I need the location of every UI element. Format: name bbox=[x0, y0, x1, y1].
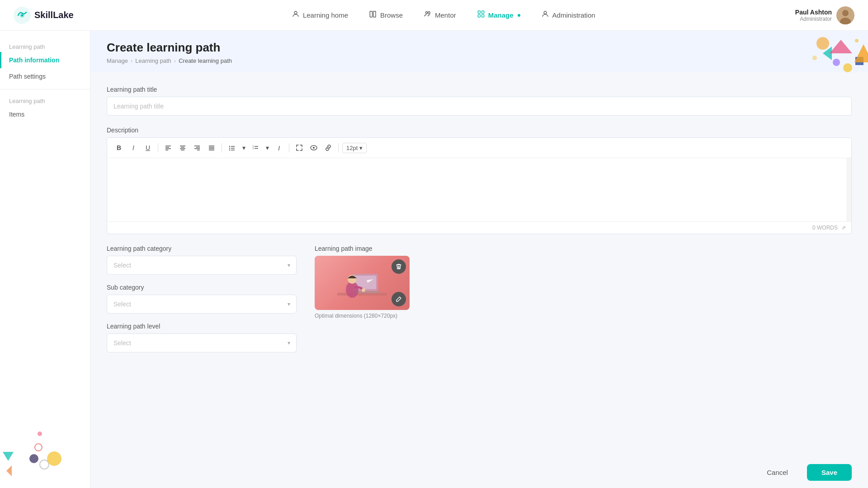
image-delete-button[interactable] bbox=[392, 259, 406, 274]
save-button[interactable]: Save bbox=[807, 464, 852, 481]
image-edit-button[interactable] bbox=[392, 292, 406, 306]
nav-browse-label: Browse bbox=[380, 11, 403, 19]
description-field-group: Description B I U bbox=[107, 127, 852, 234]
app-name: SkillLake bbox=[34, 10, 74, 20]
ordered-list-dropdown[interactable]: ▾ bbox=[264, 141, 271, 154]
svg-point-65 bbox=[346, 282, 359, 298]
browse-icon bbox=[369, 10, 377, 20]
logo[interactable]: SkillLake bbox=[14, 7, 74, 24]
editor-body[interactable] bbox=[107, 158, 851, 221]
category-select[interactable]: Select bbox=[107, 256, 297, 275]
svg-marker-26 bbox=[854, 44, 868, 62]
align-center-button[interactable] bbox=[176, 141, 189, 154]
svg-point-2 bbox=[21, 14, 24, 16]
breadcrumb-sep-2: › bbox=[174, 57, 176, 64]
level-field-group: Learning path level Select ▾ bbox=[107, 323, 297, 352]
toolbar-sep-2 bbox=[222, 143, 222, 152]
align-right-button[interactable] bbox=[191, 141, 203, 154]
sidebar-path-information-label: Path information bbox=[9, 56, 59, 64]
justify-button[interactable] bbox=[205, 141, 218, 154]
category-select-wrapper: Select ▾ bbox=[107, 256, 297, 275]
svg-point-14 bbox=[842, 10, 849, 16]
nav-learning-home-label: Learning home bbox=[303, 11, 348, 19]
manage-icon bbox=[477, 10, 485, 20]
sidebar-divider bbox=[0, 89, 90, 89]
svg-rect-10 bbox=[478, 15, 480, 17]
page-title: Create learning path bbox=[107, 41, 852, 55]
sidebar-item-path-information[interactable]: Path information bbox=[0, 52, 90, 68]
toolbar-sep-3 bbox=[289, 143, 289, 152]
image-hint: Optimal dimensions (1280×720px) bbox=[315, 313, 852, 319]
bullet-list-dropdown[interactable]: ▾ bbox=[240, 141, 247, 154]
editor-toolbar: B I U bbox=[107, 138, 851, 158]
sidebar: Learning path Path information Path sett… bbox=[0, 31, 90, 488]
sidebar-item-items[interactable]: Items bbox=[0, 106, 90, 122]
underline-button[interactable]: U bbox=[142, 141, 154, 154]
level-select[interactable]: Select bbox=[107, 333, 297, 352]
bold-button[interactable]: B bbox=[113, 141, 125, 154]
link-button[interactable] bbox=[322, 141, 335, 154]
align-left-button[interactable] bbox=[162, 141, 175, 154]
category-image-row: Learning path category Select ▾ Sub cate… bbox=[107, 245, 852, 352]
word-count: 0 WORDS bbox=[812, 225, 838, 231]
toolbar-sep-4 bbox=[338, 143, 339, 152]
image-column: Learning path image bbox=[315, 245, 852, 319]
subcategory-select[interactable]: Select bbox=[107, 295, 297, 314]
svg-rect-11 bbox=[481, 15, 484, 17]
svg-point-48 bbox=[229, 146, 230, 147]
svg-point-20 bbox=[47, 451, 61, 466]
font-size-value: 12pt bbox=[346, 145, 358, 151]
svg-marker-16 bbox=[3, 452, 14, 461]
main-content: Create learning path Manage › Learning p… bbox=[90, 31, 868, 488]
level-label: Learning path level bbox=[107, 323, 297, 330]
dropdowns-column: Learning path category Select ▾ Sub cate… bbox=[107, 245, 297, 352]
subcategory-select-wrapper: Select ▾ bbox=[107, 295, 297, 314]
editor-scrollbar[interactable] bbox=[847, 158, 851, 221]
bullet-list-button[interactable] bbox=[226, 141, 238, 154]
svg-point-6 bbox=[426, 12, 428, 14]
footer-actions: Cancel Save bbox=[738, 457, 868, 488]
nav-learning-home[interactable]: Learning home bbox=[283, 6, 356, 24]
ordered-list-button[interactable]: 1.2. bbox=[249, 141, 262, 154]
category-label: Learning path category bbox=[107, 245, 297, 252]
svg-text:2.: 2. bbox=[253, 147, 255, 150]
title-input[interactable] bbox=[107, 97, 852, 116]
nav-manage[interactable]: Manage bbox=[469, 6, 528, 24]
breadcrumb-manage[interactable]: Manage bbox=[107, 57, 128, 64]
italic-button[interactable]: I bbox=[127, 141, 140, 154]
sidebar-top-label: Learning path bbox=[0, 40, 90, 52]
svg-point-50 bbox=[229, 148, 230, 149]
breadcrumb-learning-path[interactable]: Learning path bbox=[135, 57, 171, 64]
toolbar-sep-1 bbox=[158, 143, 158, 152]
svg-point-7 bbox=[428, 12, 430, 14]
active-dot bbox=[518, 14, 520, 17]
main-layout: Learning path Path information Path sett… bbox=[0, 31, 868, 488]
breadcrumb-sep-1: › bbox=[131, 57, 132, 64]
svg-point-67 bbox=[362, 288, 365, 292]
nav-mentor[interactable]: Mentor bbox=[415, 6, 464, 24]
mentor-icon bbox=[424, 10, 432, 20]
nav-manage-label: Manage bbox=[488, 11, 514, 19]
font-size-select[interactable]: 12pt ▾ bbox=[342, 143, 367, 153]
svg-rect-25 bbox=[855, 57, 863, 65]
svg-rect-8 bbox=[478, 11, 480, 13]
expand-button[interactable] bbox=[293, 141, 306, 154]
user-profile[interactable]: Paul Ashton Administrator bbox=[795, 6, 854, 24]
svg-point-19 bbox=[40, 460, 49, 469]
user-role: Administrator bbox=[795, 16, 832, 22]
preview-button[interactable] bbox=[307, 141, 320, 154]
svg-point-12 bbox=[544, 11, 547, 14]
decorative-shapes-bottom-left bbox=[0, 389, 90, 479]
resize-handle[interactable]: ⇗ bbox=[841, 225, 846, 231]
category-field-group: Learning path category Select ▾ bbox=[107, 245, 297, 275]
svg-point-59 bbox=[313, 147, 315, 149]
font-size-arrow: ▾ bbox=[359, 145, 363, 151]
cancel-button[interactable]: Cancel bbox=[754, 464, 801, 481]
nav-administration[interactable]: Administration bbox=[533, 6, 604, 24]
italic-alt-button[interactable]: I bbox=[273, 141, 285, 154]
svg-point-18 bbox=[29, 454, 38, 463]
sidebar-item-path-settings[interactable]: Path settings bbox=[0, 68, 90, 84]
main-nav: Learning home Browse Mentor Manage bbox=[92, 6, 795, 24]
nav-browse[interactable]: Browse bbox=[361, 6, 411, 24]
user-name: Paul Ashton bbox=[795, 9, 832, 16]
